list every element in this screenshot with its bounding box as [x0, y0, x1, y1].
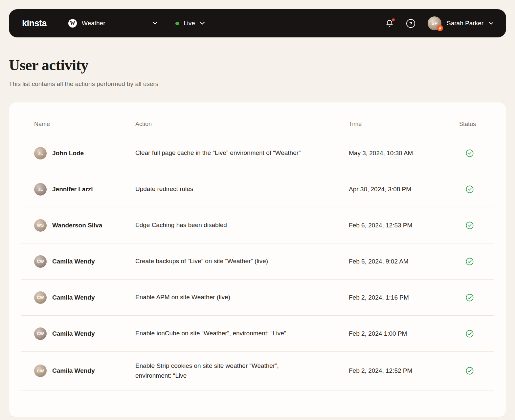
activity-table-body: JL John Lode Clear full page cache in th… [21, 135, 494, 390]
user-name: Camila Wendy [52, 367, 95, 374]
action-cell: Create backups of “Live” on site “Weathe… [135, 256, 349, 266]
user-name: Sarah Parker [447, 20, 483, 27]
status-cell [459, 293, 489, 302]
success-check-icon [465, 366, 474, 375]
help-button[interactable]: ? [406, 19, 415, 28]
chevron-down-icon [489, 22, 494, 25]
top-navbar: kinsta W Weather Live ? SP [9, 9, 506, 37]
live-status-dot [175, 22, 179, 25]
avatar: SP [428, 16, 441, 30]
user-name: Camila Wendy [52, 294, 95, 301]
user-cell: CW Camila Wendy [34, 255, 135, 268]
site-selector-label: Weather [82, 20, 105, 27]
column-header-time: Time [349, 121, 459, 128]
wordpress-icon: W [68, 19, 77, 28]
action-cell: Edge Caching has been disabled [135, 220, 349, 230]
user-menu[interactable]: SP Sarah Parker [428, 16, 494, 30]
user-name: Camila Wendy [52, 258, 95, 265]
column-header-action: Action [135, 121, 349, 128]
time-cell: Feb 2, 2024, 12:52 PM [349, 367, 459, 374]
status-cell [459, 329, 489, 338]
page-title: User activity [9, 56, 506, 74]
navbar-right-cluster: ? SP Sarah Parker [385, 16, 494, 30]
user-activity-card: Name Action Time Status JL John Lode Cle… [9, 102, 506, 417]
environment-label: Live [184, 20, 195, 27]
avatar: CW [34, 327, 47, 340]
user-name: Jennifer Larzi [52, 186, 93, 193]
unread-notification-dot [392, 18, 395, 21]
kinsta-logo[interactable]: kinsta [22, 18, 47, 29]
time-cell: Feb 2, 2024 1:00 PM [349, 330, 459, 337]
column-header-name: Name [34, 121, 135, 128]
avatar: JL [34, 183, 47, 196]
time-cell: Apr 30, 2024, 3:08 PM [349, 186, 459, 193]
action-cell: Clear full page cache in the “Live” envi… [135, 148, 349, 158]
avatar: CW [34, 255, 47, 268]
action-cell: Enable Strip cookies on site site weathe… [135, 361, 349, 381]
user-name: John Lode [52, 150, 84, 157]
site-selector-dropdown[interactable]: W Weather [68, 19, 158, 28]
success-check-icon [465, 329, 474, 338]
activity-table-header: Name Action Time Status [21, 102, 494, 135]
success-check-icon [465, 293, 474, 302]
user-cell: JL Jennifer Larzi [34, 183, 135, 196]
time-cell: Feb 2, 2024, 1:16 PM [349, 294, 459, 301]
success-check-icon [465, 185, 474, 194]
activity-table: Name Action Time Status JL John Lode Cle… [21, 102, 494, 390]
status-cell [459, 366, 489, 375]
table-row: CW Camila Wendy Enable APM on site Weath… [21, 280, 494, 316]
table-row: WS Wanderson Silva Edge Caching has been… [21, 207, 494, 243]
avatar: WS [34, 219, 47, 232]
column-header-status: Status [459, 121, 489, 128]
status-cell [459, 257, 489, 266]
avatar: CW [34, 291, 47, 304]
success-check-icon [465, 257, 474, 266]
success-check-icon [465, 221, 474, 230]
user-cell: CW Camila Wendy [34, 291, 135, 304]
lightning-badge-icon [437, 25, 443, 31]
page-subtitle: This list contains all the actions perfo… [9, 80, 506, 88]
user-name: Wanderson Silva [52, 222, 102, 229]
time-cell: Feb 5, 2024, 9:02 AM [349, 258, 459, 265]
action-cell: Enable ionCube on site “Weather”, enviro… [135, 328, 349, 338]
notifications-button[interactable] [385, 19, 394, 28]
user-cell: CW Camila Wendy [34, 365, 135, 377]
action-cell: Enable APM on site Weather (live) [135, 292, 349, 302]
user-cell: JL John Lode [34, 147, 135, 159]
table-row: CW Camila Wendy Enable Strip cookies on … [21, 352, 494, 390]
environment-selector-dropdown[interactable]: Live [175, 20, 205, 27]
status-cell [459, 185, 489, 194]
table-row: CW Camila Wendy Enable ionCube on site “… [21, 316, 494, 352]
main-content: User activity This list contains all the… [0, 56, 515, 417]
table-row: JL John Lode Clear full page cache in th… [21, 135, 494, 171]
chevron-down-icon [200, 22, 205, 25]
time-cell: May 3, 2024, 10:30 AM [349, 150, 459, 157]
user-cell: CW Camila Wendy [34, 327, 135, 340]
chevron-down-icon [152, 22, 158, 25]
user-name: Camila Wendy [52, 330, 95, 337]
user-cell: WS Wanderson Silva [34, 219, 135, 232]
success-check-icon [465, 149, 474, 158]
action-cell: Update redirect rules [135, 184, 349, 194]
status-cell [459, 221, 489, 230]
avatar: JL [34, 147, 47, 159]
table-row: CW Camila Wendy Create backups of “Live”… [21, 243, 494, 280]
avatar: CW [34, 365, 47, 377]
status-cell [459, 149, 489, 158]
table-row: JL Jennifer Larzi Update redirect rules … [21, 171, 494, 207]
time-cell: Feb 6, 2024, 12:53 PM [349, 222, 459, 229]
